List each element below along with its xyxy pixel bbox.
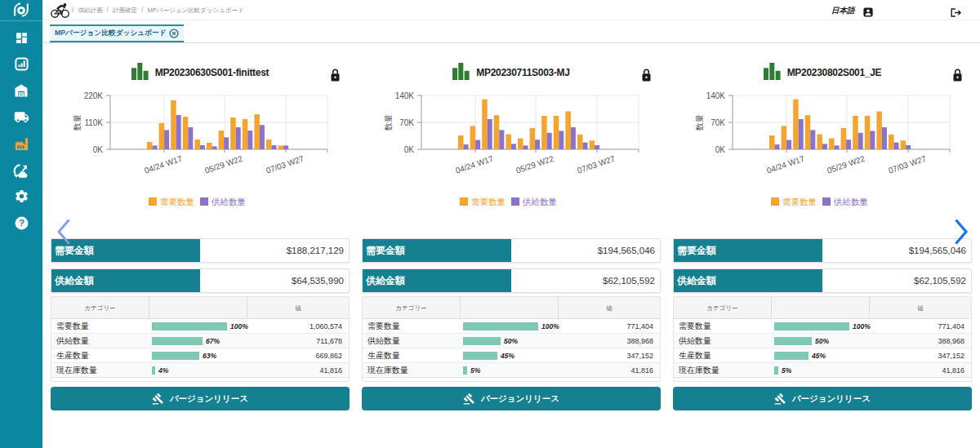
svg-text:供給数量: 供給数量: [211, 197, 246, 206]
svg-text:70K: 70K: [399, 118, 414, 127]
svg-text:需要数量: 需要数量: [471, 197, 506, 206]
svg-text:140K: 140K: [706, 91, 726, 100]
svg-text:数量: 数量: [695, 114, 704, 131]
svg-text:数量: 数量: [384, 114, 393, 131]
svg-text:需要数量: 需要数量: [160, 197, 194, 206]
svg-text:05/29 W22: 05/29 W22: [514, 153, 555, 175]
svg-text:数量: 数量: [73, 114, 82, 131]
svg-text:05/29 W22: 05/29 W22: [826, 153, 866, 175]
svg-text:?: ?: [18, 218, 24, 228]
svg-text:需要数量: 需要数量: [782, 197, 817, 206]
svg-text:0K: 0K: [93, 145, 104, 154]
svg-text:07/03 W27: 07/03 W27: [887, 153, 928, 175]
svg-text:220K: 220K: [84, 91, 104, 100]
svg-text:110K: 110K: [84, 118, 103, 127]
svg-text:0K: 0K: [715, 145, 726, 154]
svg-text:供給数量: 供給数量: [833, 197, 868, 206]
svg-text:0K: 0K: [404, 145, 415, 154]
svg-text:07/03 W27: 07/03 W27: [265, 153, 305, 175]
svg-text:04/24 W17: 04/24 W17: [143, 153, 184, 175]
svg-text:07/03 W27: 07/03 W27: [576, 153, 617, 175]
svg-text:供給数量: 供給数量: [522, 197, 557, 206]
svg-text:05/29 W22: 05/29 W22: [203, 153, 244, 175]
svg-text:140K: 140K: [395, 91, 415, 100]
svg-text:04/24 W17: 04/24 W17: [454, 153, 495, 175]
svg-text:70K: 70K: [710, 118, 725, 127]
svg-text:04/24 W17: 04/24 W17: [765, 153, 806, 175]
